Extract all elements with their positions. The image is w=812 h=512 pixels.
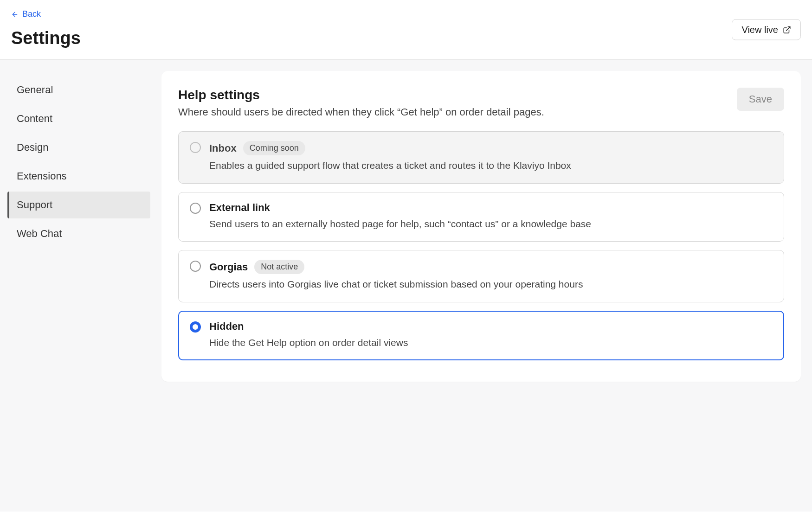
- option-title-row: InboxComing soon: [209, 141, 773, 155]
- arrow-left-icon: [11, 11, 19, 18]
- option-description: Hide the Get Help option on order detail…: [209, 335, 773, 350]
- save-button[interactable]: Save: [737, 88, 784, 111]
- body: GeneralContentDesignExtensionsSupportWeb…: [0, 60, 812, 512]
- option-hidden[interactable]: HiddenHide the Get Help option on order …: [178, 311, 784, 361]
- radio-hidden[interactable]: [190, 321, 201, 333]
- sidebar-item-support[interactable]: Support: [7, 192, 150, 218]
- sidebar-item-extensions[interactable]: Extensions: [7, 163, 150, 190]
- radio-external[interactable]: [190, 203, 201, 214]
- sidebar-item-label: Content: [17, 113, 52, 124]
- option-title-row: GorgiasNot active: [209, 260, 773, 274]
- sidebar: GeneralContentDesignExtensionsSupportWeb…: [0, 60, 158, 512]
- card-title: Help settings: [178, 88, 544, 102]
- page-title: Settings: [11, 28, 801, 48]
- content-area: Help settings Where should users be dire…: [158, 60, 812, 512]
- sidebar-item-label: Support: [17, 199, 52, 211]
- page-header: Back Settings View live: [0, 0, 812, 60]
- back-label: Back: [22, 9, 41, 19]
- option-badge: Not active: [254, 260, 304, 274]
- options-list: InboxComing soonEnables a guided support…: [178, 131, 784, 360]
- sidebar-item-label: Design: [17, 141, 48, 153]
- option-inbox: InboxComing soonEnables a guided support…: [178, 131, 784, 184]
- sidebar-item-content[interactable]: Content: [7, 105, 150, 132]
- option-description: Send users to an externally hosted page …: [209, 217, 773, 231]
- help-settings-card: Help settings Where should users be dire…: [161, 71, 801, 382]
- card-header-text: Help settings Where should users be dire…: [178, 88, 544, 118]
- option-body: InboxComing soonEnables a guided support…: [209, 141, 773, 173]
- option-description: Directs users into Gorgias live chat or …: [209, 277, 773, 292]
- svg-line-1: [786, 26, 790, 30]
- option-description: Enables a guided support flow that creat…: [209, 158, 773, 173]
- view-live-label: View live: [741, 25, 778, 35]
- option-body: External linkSend users to an externally…: [209, 202, 773, 231]
- sidebar-item-label: Web Chat: [17, 228, 62, 239]
- option-body: GorgiasNot activeDirects users into Gorg…: [209, 260, 773, 292]
- option-external[interactable]: External linkSend users to an externally…: [178, 192, 784, 242]
- option-body: HiddenHide the Get Help option on order …: [209, 320, 773, 350]
- back-link[interactable]: Back: [11, 9, 41, 19]
- sidebar-item-label: General: [17, 84, 53, 96]
- external-link-icon: [783, 26, 791, 34]
- option-title-row: Hidden: [209, 320, 773, 333]
- option-title: Hidden: [209, 320, 244, 333]
- option-title-row: External link: [209, 202, 773, 214]
- sidebar-item-general[interactable]: General: [7, 77, 150, 103]
- option-gorgias[interactable]: GorgiasNot activeDirects users into Gorg…: [178, 250, 784, 302]
- card-header: Help settings Where should users be dire…: [178, 88, 784, 118]
- sidebar-item-design[interactable]: Design: [7, 134, 150, 161]
- option-badge: Coming soon: [243, 141, 305, 155]
- sidebar-item-web-chat[interactable]: Web Chat: [7, 220, 150, 247]
- option-title: External link: [209, 202, 270, 214]
- card-description: Where should users be directed when they…: [178, 106, 544, 118]
- radio-inbox: [190, 142, 201, 153]
- sidebar-item-label: Extensions: [17, 170, 67, 182]
- option-title: Gorgias: [209, 261, 248, 273]
- option-title: Inbox: [209, 142, 237, 154]
- view-live-button[interactable]: View live: [732, 19, 801, 40]
- radio-gorgias[interactable]: [190, 261, 201, 272]
